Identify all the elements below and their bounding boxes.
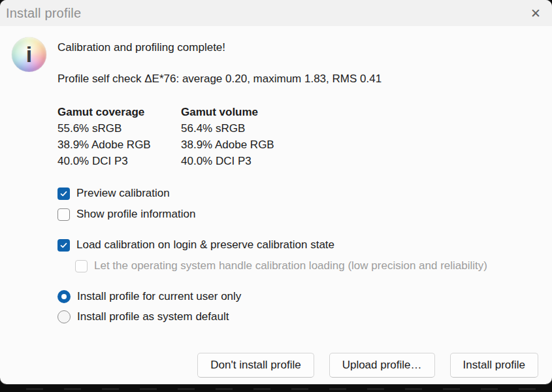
install-profile-button[interactable]: Install profile — [450, 353, 538, 378]
gamut-volume-header: Gamut volume — [181, 104, 304, 120]
dont-install-profile-button[interactable]: Don't install profile — [197, 353, 314, 378]
checkbox-show-profile-information[interactable] — [57, 208, 70, 221]
info-icon-glyph: i — [26, 43, 32, 65]
gamut-volume-dci-p3: 40.0% DCI P3 — [181, 153, 304, 169]
install-profile-dialog: Install profile ✕ i Calibration and prof… — [0, 0, 552, 384]
self-check-summary: Profile self check ΔE*76: average 0.20, … — [57, 73, 382, 86]
gamut-coverage-dci-p3: 40.0% DCI P3 — [57, 153, 181, 169]
checkbox-label-load-calibration-on-login[interactable]: Load calibration on login & preserve cal… — [76, 238, 334, 252]
checkmark-icon — [59, 189, 68, 198]
checkbox-row-load-calibration-on-login[interactable]: Load calibration on login & preserve cal… — [57, 238, 334, 252]
background-window — [0, 384, 552, 392]
upload-profile-button[interactable]: Upload profile… — [329, 353, 435, 378]
radio-label-install-system-default[interactable]: Install profile as system default — [77, 310, 229, 323]
gamut-volume-srgb: 56.4% sRGB — [181, 120, 304, 137]
radio-row-install-current-user[interactable]: Install profile for current user only — [57, 290, 241, 303]
completion-message: Calibration and profiling complete! — [57, 41, 225, 54]
dialog-button-row: Don't install profile Upload profile… In… — [197, 353, 538, 378]
gamut-coverage-header: Gamut coverage — [57, 104, 181, 120]
checkbox-load-calibration-on-login[interactable] — [57, 239, 70, 252]
checkbox-label-show-profile-information[interactable]: Show profile information — [76, 208, 195, 221]
gamut-table: Gamut coverage 55.6% sRGB 38.9% Adobe RG… — [57, 104, 304, 169]
radio-row-install-system-default[interactable]: Install profile as system default — [57, 310, 229, 323]
checkbox-row-preview-calibration[interactable]: Preview calibration — [57, 187, 170, 200]
gamut-volume-column: Gamut volume 56.4% sRGB 38.9% Adobe RGB … — [181, 104, 304, 169]
gamut-coverage-column: Gamut coverage 55.6% sRGB 38.9% Adobe RG… — [57, 104, 181, 169]
close-icon[interactable]: ✕ — [519, 0, 552, 26]
radio-label-install-current-user[interactable]: Install profile for current user only — [77, 290, 241, 303]
checkbox-row-os-handle-calibration: Let the operating system handle calibrat… — [75, 259, 487, 272]
checkbox-label-preview-calibration[interactable]: Preview calibration — [76, 187, 170, 200]
radio-install-current-user[interactable] — [57, 290, 71, 303]
info-icon: i — [12, 37, 46, 72]
checkbox-row-show-profile-information[interactable]: Show profile information — [57, 208, 195, 221]
window-title: Install profile — [0, 6, 81, 21]
checkbox-preview-calibration[interactable] — [57, 188, 70, 200]
checkbox-os-handle-calibration — [75, 260, 88, 272]
gamut-volume-adobe-rgb: 38.9% Adobe RGB — [181, 137, 304, 153]
checkmark-icon — [59, 241, 68, 250]
radio-install-system-default[interactable] — [57, 310, 71, 323]
checkbox-label-os-handle-calibration: Let the operating system handle calibrat… — [94, 259, 487, 272]
titlebar[interactable]: Install profile ✕ — [0, 0, 552, 26]
gamut-coverage-adobe-rgb: 38.9% Adobe RGB — [57, 137, 181, 153]
gamut-coverage-srgb: 55.6% sRGB — [57, 120, 181, 137]
